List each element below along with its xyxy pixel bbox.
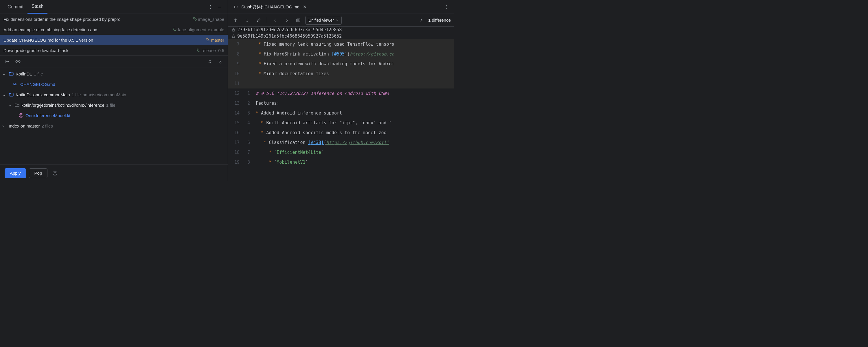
help-icon[interactable]: ? xyxy=(50,168,60,178)
markdown-icon: M↓ xyxy=(13,82,19,87)
vcs-tabs: Commit Stash xyxy=(0,0,228,14)
diff-code[interactable]: 7 * Fixed memory leak ensuring used Tens… xyxy=(228,39,454,181)
nav-back-icon[interactable] xyxy=(271,15,280,25)
stash-list: Fix dimensions order in the image shape … xyxy=(0,14,228,56)
kotlin-class-icon: C xyxy=(19,113,24,118)
svg-rect-10 xyxy=(9,72,11,73)
svg-point-6 xyxy=(207,39,208,40)
target-revision: 9e589fb149b261a5fbc4668645950927a5123652 xyxy=(228,33,454,39)
files-toolbar xyxy=(0,56,228,67)
stash-message: Fix dimensions order in the image shape … xyxy=(3,17,193,22)
apply-button[interactable]: Apply xyxy=(5,168,26,178)
svg-rect-22 xyxy=(232,30,235,31)
stash-row[interactable]: Add an example of combining face detecti… xyxy=(0,24,228,35)
arrow-down-icon[interactable] xyxy=(243,15,252,25)
diff-arrow-icon[interactable] xyxy=(3,57,12,66)
close-icon[interactable]: ✕ xyxy=(302,4,308,9)
nav-forward-icon[interactable] xyxy=(282,15,291,25)
chevron-right-icon[interactable] xyxy=(416,15,426,25)
stash-icon xyxy=(234,4,239,9)
stash-message: Add an example of combining face detecti… xyxy=(3,27,173,32)
tree-node[interactable]: ⌄ KotlinDL.onnx.commonMain 1 file onnx/s… xyxy=(0,89,228,100)
chevron-down-icon: ⌄ xyxy=(8,102,13,107)
diff-panel: Stash@{4}: CHANGELOG.md ✕ Unified viewer… xyxy=(228,0,454,181)
chevron-right-icon: › xyxy=(2,124,7,128)
tree-folder[interactable]: ⌄ kotlin/org/jetbrains/kotlinx/dl/onnx/i… xyxy=(0,100,228,110)
branch-tag: master xyxy=(206,38,224,42)
folder-icon xyxy=(14,102,20,107)
more-icon[interactable] xyxy=(442,2,452,11)
changed-files-tree: ⌄ KotlinDL 1 file M↓ CHANGELOG.md ⌄ Kotl… xyxy=(0,67,228,164)
left-panel: Commit Stash Fix dimensions order in the… xyxy=(0,0,228,181)
stash-actions: Apply Pop ? xyxy=(0,164,228,181)
svg-point-0 xyxy=(210,5,211,5)
editor-tabs: Stash@{4}: CHANGELOG.md ✕ xyxy=(228,0,454,14)
module-icon xyxy=(9,92,14,97)
diff-count: 1 difference xyxy=(428,18,451,23)
eye-icon[interactable] xyxy=(13,57,23,66)
branch-tag: release_0.5 xyxy=(196,48,224,53)
svg-text:?: ? xyxy=(54,172,56,175)
diff-toolbar: Unified viewer 1 difference xyxy=(228,14,454,27)
tree-node[interactable]: ⌄ KotlinDL 1 file xyxy=(0,68,228,79)
viewer-select[interactable]: Unified viewer xyxy=(305,16,342,25)
module-icon xyxy=(9,71,14,76)
tab-stash[interactable]: Stash xyxy=(28,0,48,13)
stash-message: Downgrade gradle-download-task xyxy=(3,48,196,53)
edit-icon[interactable] xyxy=(254,15,263,25)
tree-node[interactable]: › Index on master 2 files xyxy=(0,121,228,131)
branch-tag: image_shape xyxy=(193,17,224,22)
svg-point-5 xyxy=(174,29,174,29)
lock-icon xyxy=(231,28,236,32)
lock-icon xyxy=(231,34,236,38)
collapse-all-icon[interactable] xyxy=(216,57,225,66)
stash-message: Update CHANGELOG.md for the 0.5.1 versio… xyxy=(3,38,206,42)
list-icon[interactable] xyxy=(294,15,303,25)
pop-button[interactable]: Pop xyxy=(29,168,48,178)
svg-rect-23 xyxy=(232,36,235,38)
stash-row[interactable]: Update CHANGELOG.md for the 0.5.1 versio… xyxy=(0,35,228,45)
more-icon[interactable] xyxy=(206,2,215,11)
stash-row[interactable]: Fix dimensions order in the image shape … xyxy=(0,14,228,24)
svg-point-8 xyxy=(18,61,19,62)
svg-point-4 xyxy=(194,18,194,19)
svg-point-1 xyxy=(210,6,211,7)
base-revision: 2793bffb29f2d0c2e22edc693c3ac95d4ef2e858 xyxy=(228,27,454,33)
chevron-down-icon: ⌄ xyxy=(2,92,7,97)
svg-point-20 xyxy=(446,8,447,8)
branch-tag: face-alignment-example xyxy=(173,27,224,32)
tree-file[interactable]: M↓ CHANGELOG.md xyxy=(0,79,228,89)
tab-commit[interactable]: Commit xyxy=(3,0,28,13)
svg-text:M↓: M↓ xyxy=(13,83,17,86)
svg-point-2 xyxy=(210,8,211,8)
stash-row[interactable]: Downgrade gradle-download-task release_0… xyxy=(0,45,228,56)
arrow-up-icon[interactable] xyxy=(231,15,240,25)
svg-rect-3 xyxy=(218,7,221,7)
chevron-down-icon: ⌄ xyxy=(2,71,7,76)
svg-point-19 xyxy=(446,6,447,7)
chevron-down-icon xyxy=(336,19,339,22)
editor-tab[interactable]: Stash@{4}: CHANGELOG.md ✕ xyxy=(230,0,311,13)
minimize-icon[interactable] xyxy=(215,2,224,11)
svg-rect-13 xyxy=(9,93,11,94)
svg-text:C: C xyxy=(20,114,22,117)
expand-collapse-icon[interactable] xyxy=(205,57,214,66)
svg-point-18 xyxy=(446,5,447,5)
tree-file[interactable]: C OnnxInferenceModel.kt xyxy=(0,110,228,121)
svg-point-7 xyxy=(197,50,198,50)
